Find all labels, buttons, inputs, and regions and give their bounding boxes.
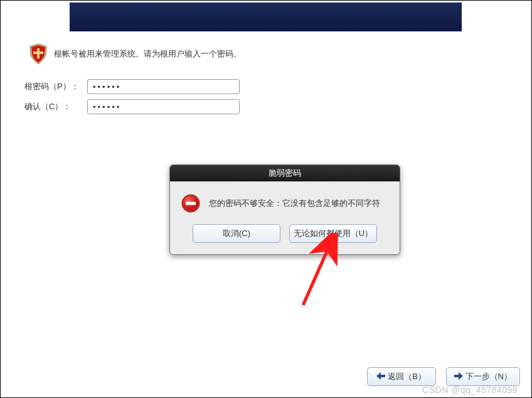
root-password-input[interactable]	[87, 79, 240, 94]
use-anyway-button[interactable]: 无论如何都使用（U）	[289, 224, 377, 243]
dialog-title: 脆弱密码	[170, 165, 400, 181]
arrow-right-icon	[454, 372, 463, 382]
dialog-message: 您的密码不够安全：它没有包含足够的不同字符	[209, 198, 380, 209]
watermark-text: CSDN @qq_45784099	[422, 385, 518, 395]
root-password-row: 根密码（P）：	[24, 79, 240, 94]
header-banner	[70, 3, 462, 31]
confirm-row: 确认（C）：	[24, 99, 240, 114]
arrow-left-icon	[376, 372, 385, 382]
root-password-label: 根密码（P）：	[24, 81, 87, 92]
confirm-input[interactable]	[87, 99, 240, 114]
svg-rect-4	[186, 202, 196, 205]
svg-rect-1	[33, 51, 43, 54]
shield-icon	[29, 43, 48, 65]
confirm-label: 确认（C）：	[24, 101, 87, 112]
cancel-button[interactable]: 取消(C)	[193, 224, 280, 243]
intro-row: 根帐号被用来管理系统。请为根用户输入一个密码。	[29, 43, 242, 65]
back-button[interactable]: 返回（B）	[367, 367, 436, 386]
next-button[interactable]: 下一步（N）	[446, 367, 520, 386]
back-button-label: 返回（B）	[388, 371, 426, 382]
footer-nav: 返回（B） 下一步（N）	[367, 367, 520, 386]
weak-password-dialog: 脆弱密码 您的密码不够安全：它没有包含足够的不同字符 取消(	[169, 164, 400, 255]
intro-text: 根帐号被用来管理系统。请为根用户输入一个密码。	[54, 48, 242, 60]
next-button-label: 下一步（N）	[466, 371, 512, 382]
dialog-buttons: 取消(C) 无论如何都使用（U）	[170, 222, 400, 254]
error-icon	[181, 194, 200, 213]
dialog-body: 您的密码不够安全：它没有包含足够的不同字符	[170, 181, 400, 222]
